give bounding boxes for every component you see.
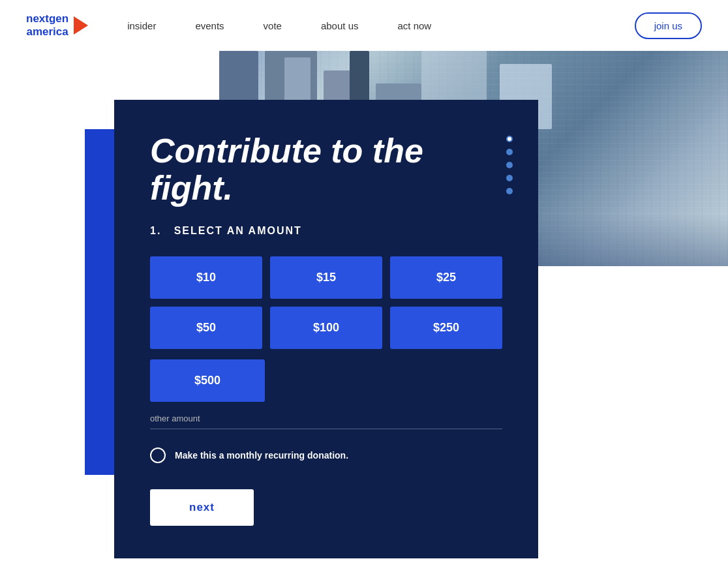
- form-title: Contribute to the fight.: [150, 132, 502, 207]
- donation-form-card: Contribute to the fight. 1. SELECT AN AM…: [114, 100, 538, 558]
- next-button[interactable]: next: [150, 489, 254, 526]
- amount-single-row: $500: [150, 359, 502, 402]
- step-number: 1.: [150, 225, 161, 236]
- other-amount-divider: [150, 429, 502, 429]
- nav-item-events[interactable]: events: [195, 20, 224, 31]
- logo[interactable]: nextgen america: [26, 12, 88, 39]
- main-content: Contribute to the fight. 1. SELECT AN AM…: [0, 51, 728, 561]
- main-nav: insider events vote about us act now: [127, 20, 634, 31]
- scroll-dot-1[interactable]: [506, 136, 513, 142]
- other-amount-link[interactable]: other amount: [150, 414, 200, 423]
- nav-item-insider[interactable]: insider: [127, 20, 156, 31]
- recurring-label: Make this a monthly recurring donation.: [175, 450, 348, 461]
- amount-button-15[interactable]: $15: [270, 256, 382, 299]
- recurring-radio[interactable]: [150, 447, 166, 463]
- blue-accent-bar: [85, 129, 117, 475]
- nav-item-about-us[interactable]: about us: [321, 20, 359, 31]
- amount-grid: $10 $15 $25 $50 $100 $250: [150, 256, 502, 349]
- scroll-dot-5[interactable]: [506, 188, 513, 194]
- logo-line2: america: [26, 25, 68, 38]
- join-us-button[interactable]: join us: [635, 12, 702, 39]
- site-header: nextgen america insider events vote abou…: [0, 0, 728, 51]
- amount-button-25[interactable]: $25: [390, 256, 502, 299]
- amount-button-10[interactable]: $10: [150, 256, 262, 299]
- scroll-dot-2[interactable]: [506, 149, 513, 155]
- scroll-dot-4[interactable]: [506, 175, 513, 181]
- step-label: 1. SELECT AN AMOUNT: [150, 225, 502, 237]
- nav-item-act-now[interactable]: act now: [397, 20, 431, 31]
- amount-button-500[interactable]: $500: [150, 359, 265, 402]
- amount-button-100[interactable]: $100: [270, 307, 382, 349]
- logo-arrow-icon: [74, 16, 88, 35]
- logo-line1: nextgen: [26, 12, 68, 25]
- scroll-dots: [506, 136, 513, 194]
- recurring-donation-row: Make this a monthly recurring donation.: [150, 447, 502, 463]
- nav-item-vote[interactable]: vote: [264, 20, 282, 31]
- amount-button-50[interactable]: $50: [150, 307, 262, 349]
- step-text: SELECT AN AMOUNT: [174, 225, 302, 236]
- amount-button-250[interactable]: $250: [390, 307, 502, 349]
- scroll-dot-3[interactable]: [506, 162, 513, 168]
